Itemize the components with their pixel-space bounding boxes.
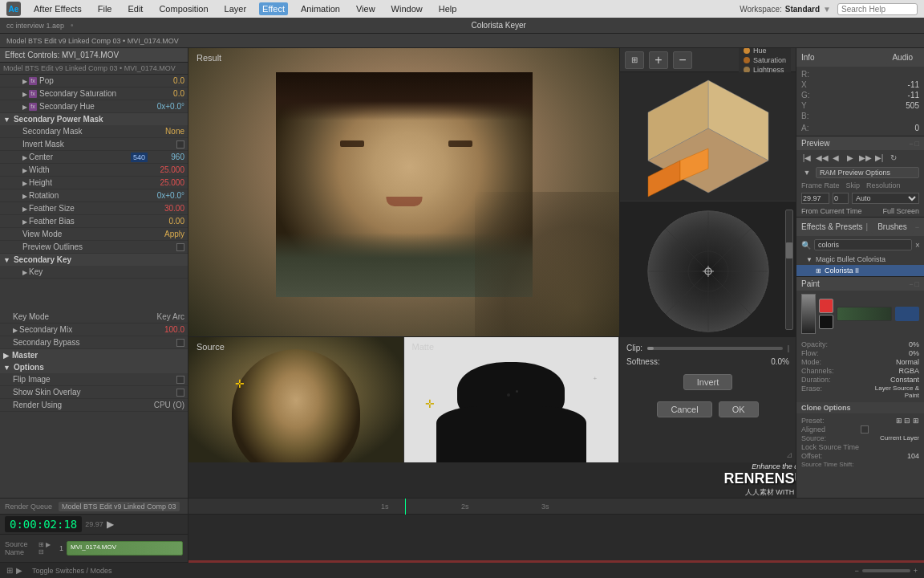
preview-step-back[interactable]: ◀◀	[816, 153, 827, 162]
audio-tab[interactable]: Audio	[886, 51, 919, 64]
y-value: 505	[861, 101, 920, 110]
flow-value: 0%	[861, 349, 919, 357]
effect-row-height[interactable]: ▶ Height 25.000	[0, 177, 188, 189]
invert-button[interactable]: Invert	[683, 374, 733, 390]
search-icon: 🔍	[801, 241, 811, 250]
help-search-input[interactable]	[837, 3, 918, 15]
effect-row-feather-size[interactable]: ▶ Feather Size 30.00	[0, 202, 188, 215]
duration-label: Duration:	[801, 376, 860, 384]
result-video-panel: Result	[188, 48, 619, 336]
file-tab-label[interactable]: cc interview 1.aep	[6, 22, 64, 30]
effect-row-secondary-hue[interactable]: ▶ fx Secondary Hue 0x+0.0°	[0, 100, 188, 113]
toggle-switches-label[interactable]: Toggle Switches / Modes	[32, 567, 112, 575]
colorista-ii-item[interactable]: ⊞ Colorista II	[796, 265, 924, 276]
bottom-left-icons: ⊞ ▶	[6, 566, 22, 575]
saturation-label: Saturation	[753, 56, 786, 64]
skip-input[interactable]	[833, 193, 849, 204]
bottom-icon-1[interactable]: ⊞	[6, 566, 13, 575]
preview-play[interactable]: ▶	[845, 153, 856, 162]
effect-row-key[interactable]: ▶ Key	[0, 266, 188, 279]
render-queue-tab[interactable]: Render Queue	[5, 503, 52, 511]
menu-file[interactable]: File	[95, 2, 116, 15]
menu-animation[interactable]: Animation	[298, 2, 343, 15]
menu-window[interactable]: Window	[388, 2, 426, 15]
effect-row-key-mode[interactable]: Key Mode Key Arc	[0, 311, 188, 324]
from-current-time-btn[interactable]: From Current Time	[801, 207, 862, 215]
minus-btn[interactable]: −	[673, 51, 692, 69]
effects-search-input[interactable]	[814, 239, 912, 250]
effect-row-rotation[interactable]: ▶ Rotation 0x+0.0°	[0, 189, 188, 202]
preview-minimize[interactable]: −	[909, 140, 913, 148]
effect-row-feather-bias[interactable]: ▶ Feather Bias 0.00	[0, 215, 188, 228]
effect-row-width[interactable]: ▶ Width 25.000	[0, 164, 188, 177]
preview-forward[interactable]: ▶▶	[859, 153, 870, 162]
plus-btn[interactable]: +	[649, 51, 668, 69]
resolution-select[interactable]: Auto Full Half	[852, 193, 919, 204]
effect-row-center[interactable]: ▶ Center 540 960	[0, 151, 188, 164]
options-header[interactable]: ▼ Options	[0, 361, 188, 373]
bottom-zoom-out[interactable]: −	[854, 567, 858, 575]
menu-view[interactable]: View	[353, 2, 379, 15]
menu-help[interactable]: Help	[436, 2, 460, 15]
zoom-slider[interactable]	[862, 569, 910, 572]
effects-clear-btn[interactable]: ×	[915, 241, 920, 250]
ok-button[interactable]: OK	[719, 401, 759, 417]
effect-row-render-using[interactable]: Render Using CPU (O)	[0, 399, 188, 412]
menu-layer[interactable]: Layer	[221, 2, 250, 15]
secondary-power-mask-header[interactable]: ▼ Secondary Power Mask	[0, 113, 188, 125]
aligned-checkbox[interactable]	[861, 425, 869, 434]
preview-back[interactable]: ◀	[830, 153, 841, 162]
ram-preview-dropdown[interactable]: RAM Preview Options	[816, 167, 919, 178]
clip-end-marker: |	[788, 344, 789, 352]
track-clip[interactable]: MVI_0174.MOV	[67, 541, 183, 556]
preview-end[interactable]: ▶|	[873, 153, 885, 162]
effect-row-show-skin[interactable]: Show Skin Overlay	[0, 386, 188, 399]
duration-value: Constant	[861, 376, 919, 384]
color-wheel-svg	[636, 203, 780, 336]
ram-preview-dropdown-arrow[interactable]: ▼	[801, 169, 813, 177]
preview-skip-back[interactable]: |◀	[801, 153, 813, 162]
effect-row-secondary-mix[interactable]: ▶ Secondary Mix 100.0	[0, 324, 188, 336]
preview-expand[interactable]: □	[915, 140, 919, 148]
resize-handle[interactable]: ⊿	[786, 450, 792, 459]
b-value	[861, 112, 920, 120]
effect-row-flip-image[interactable]: Flip Image	[0, 373, 188, 386]
menu-edit[interactable]: Edit	[124, 2, 146, 15]
secondary-color-swatch[interactable]	[819, 315, 833, 329]
app-icon: Ae	[6, 2, 21, 16]
audio-waveform-bar	[188, 560, 924, 563]
tl-play-btn[interactable]: ▶	[107, 519, 114, 530]
color-swatch[interactable]	[819, 299, 833, 313]
effect-row-pop[interactable]: ▶ fx Pop 0.0	[0, 75, 188, 88]
bottom-zoom-in[interactable]: +	[914, 567, 918, 575]
track-number: 1	[59, 544, 63, 552]
effect-row-invert-mask[interactable]: Invert Mask	[0, 138, 188, 151]
menu-after-effects[interactable]: After Effects	[30, 2, 85, 15]
menu-composition[interactable]: Composition	[156, 2, 211, 15]
opacity-label: Opacity:	[801, 340, 860, 348]
color-wheel-vertical-slider[interactable]	[786, 242, 792, 258]
paint-expand[interactable]: □	[915, 280, 919, 288]
secondary-key-header[interactable]: ▼ Secondary Key	[0, 254, 188, 266]
stroke-preview	[801, 294, 816, 334]
effect-row-secondary-bypass[interactable]: Secondary Bypass	[0, 336, 188, 349]
preview-loop[interactable]: ↻	[888, 153, 899, 162]
effect-row-preview-outlines[interactable]: Preview Outlines	[0, 241, 188, 254]
frame-rate-input[interactable]	[801, 193, 829, 204]
menu-effect[interactable]: Effect	[259, 2, 288, 15]
grid-icon-btn[interactable]: ⊞	[625, 51, 644, 69]
master-header[interactable]: ▶ Master	[0, 349, 188, 361]
effect-row-secondary-sat[interactable]: ▶ fx Secondary Saturation 0.0	[0, 88, 188, 100]
full-screen-btn[interactable]: Full Screen	[882, 207, 919, 215]
brushes-tab[interactable]: Brushes	[871, 220, 914, 234]
effects-minimize[interactable]: −	[915, 223, 919, 231]
magic-bullet-item[interactable]: ▼ Magic Bullet Colorista	[796, 254, 924, 265]
cancel-button[interactable]: Cancel	[657, 401, 711, 417]
paint-minimize[interactable]: −	[909, 280, 913, 288]
effect-row-view-mode[interactable]: View Mode Apply	[0, 228, 188, 241]
comp-tab[interactable]: Model BTS Edit v9 Linked Comp 03	[59, 502, 180, 511]
color-cube-svg	[636, 72, 780, 201]
effect-row-secondary-mask[interactable]: Secondary Mask None	[0, 125, 188, 138]
bottom-icon-2[interactable]: ▶	[16, 566, 22, 575]
fps-display: 29.97	[85, 520, 103, 528]
